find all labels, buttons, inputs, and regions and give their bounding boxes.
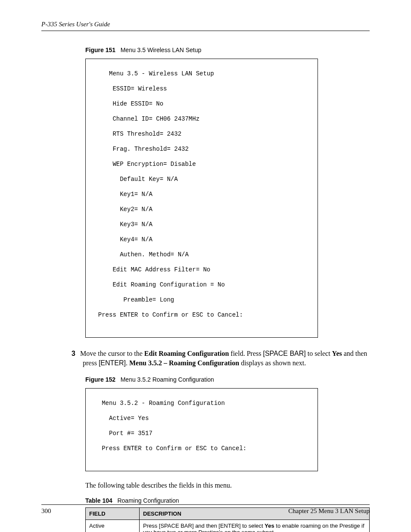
term-line: ESSID= Wireless bbox=[91, 85, 312, 93]
footer-rule bbox=[41, 504, 370, 505]
step-3: 3Move the cursor to the Edit Roaming Con… bbox=[83, 349, 370, 367]
term-line: Authen. Method= N/A bbox=[91, 251, 312, 259]
text: Press [SPACE BAR] and then [ENTER] to se… bbox=[143, 523, 265, 529]
table-104-title: Roaming Configuration bbox=[117, 497, 179, 504]
figure-152-caption: Figure 152 Menu 3.5.2 Roaming Configurat… bbox=[41, 376, 370, 383]
term-line: Key4= N/A bbox=[91, 236, 312, 244]
figure-151-title: Menu 3.5 Wireless LAN Setup bbox=[121, 47, 202, 53]
term-line: Port #= 3517 bbox=[91, 430, 312, 438]
text: . bbox=[126, 359, 129, 367]
term-line: WEP Encryption= Disable bbox=[91, 161, 312, 168]
figure-152-title: Menu 3.5.2 Roaming Configuration bbox=[121, 376, 214, 383]
header-rule bbox=[41, 31, 370, 31]
cell-field: Active bbox=[86, 520, 140, 532]
text: displays as shown next. bbox=[239, 359, 306, 367]
page-footer: 300 Chapter 25 Menu 3 LAN Setup bbox=[41, 504, 370, 515]
term-line: Menu 3.5 - Wireless LAN Setup bbox=[91, 70, 312, 78]
term-line: Preamble= Long bbox=[91, 296, 312, 304]
value-yes: Yes bbox=[265, 523, 274, 529]
page: P-335 Series User's Guide Figure 151 Men… bbox=[0, 0, 411, 532]
menu-name: Menu 3.5.2 – Roaming Configuration bbox=[129, 359, 239, 367]
figure-152-terminal: Menu 3.5.2 - Roaming Configuration Activ… bbox=[85, 388, 318, 471]
table-104-caption: Table 104 Roaming Configuration bbox=[41, 497, 370, 504]
term-line: Hide ESSID= No bbox=[91, 100, 312, 108]
field-name: Edit Roaming Configuration bbox=[144, 350, 229, 357]
step-3-body: Move the cursor to the Edit Roaming Conf… bbox=[80, 350, 367, 367]
table-104-label: Table 104 bbox=[85, 497, 112, 504]
text: to select bbox=[306, 350, 332, 357]
cell-description: Press [SPACE BAR] and then [ENTER] to se… bbox=[140, 520, 370, 532]
text: Move the cursor to the bbox=[80, 350, 144, 357]
term-line: Key1= N/A bbox=[91, 191, 312, 199]
term-line: RTS Threshold= 2432 bbox=[91, 131, 312, 138]
figure-151-terminal: Menu 3.5 - Wireless LAN Setup ESSID= Wir… bbox=[85, 59, 318, 338]
text: field. Press bbox=[229, 350, 263, 357]
step-3-number: 3 bbox=[72, 349, 80, 358]
term-line: Menu 3.5.2 - Roaming Configuration bbox=[91, 400, 312, 408]
value-yes: Yes bbox=[332, 350, 342, 357]
figure-151-caption: Figure 151 Menu 3.5 Wireless LAN Setup bbox=[41, 47, 370, 53]
term-line: Key3= N/A bbox=[91, 221, 312, 229]
term-line: Edit MAC Address Filter= No bbox=[91, 266, 312, 274]
table-row: Active Press [SPACE BAR] and then [ENTER… bbox=[86, 520, 370, 532]
term-line: Press ENTER to Confirm or ESC to Cancel: bbox=[91, 311, 312, 319]
key-enter: [ENTER] bbox=[99, 359, 126, 367]
term-line: Edit Roaming Configuration = No bbox=[91, 281, 312, 289]
term-line: Active= Yes bbox=[91, 415, 312, 423]
term-line: Frag. Threshold= 2432 bbox=[91, 146, 312, 153]
term-line: Press ENTER to Confirm or ESC to Cancel: bbox=[91, 445, 312, 453]
running-head: P-335 Series User's Guide bbox=[41, 21, 370, 28]
figure-152-label: Figure 152 bbox=[85, 376, 115, 383]
figure-151-label: Figure 151 bbox=[85, 47, 115, 53]
table-intro-paragraph: The following table describes the fields… bbox=[41, 482, 370, 489]
page-number: 300 bbox=[41, 507, 51, 515]
term-line: Default Key= N/A bbox=[91, 176, 312, 184]
term-line: Channel ID= CH06 2437MHz bbox=[91, 115, 312, 123]
term-line: Key2= N/A bbox=[91, 206, 312, 214]
chapter-label: Chapter 25 Menu 3 LAN Setup bbox=[288, 507, 370, 515]
key-space-bar: [SPACE BAR] bbox=[263, 350, 305, 357]
